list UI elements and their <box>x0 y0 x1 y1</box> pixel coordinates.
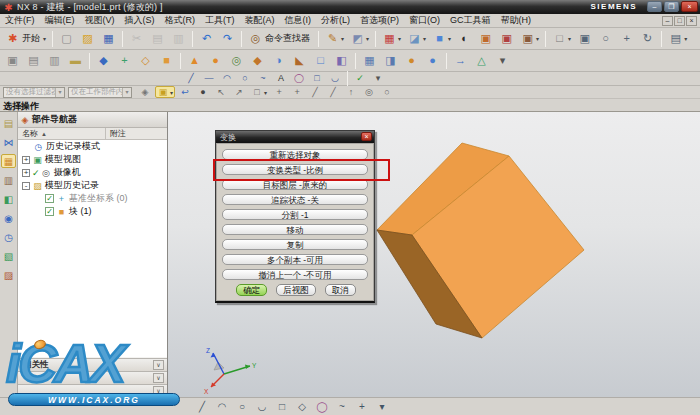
menu-item[interactable]: 视图(V) <box>80 15 120 25</box>
paste-icon[interactable]: ▥ <box>169 30 188 47</box>
collapse-icon[interactable]: - <box>22 182 30 190</box>
undo-icon[interactable]: ↶ <box>197 30 216 47</box>
menu-item[interactable]: 工具(T) <box>200 15 240 25</box>
hd3d-tools-icon[interactable]: ◧ <box>1 192 16 206</box>
assembly-navigator-icon[interactable]: ▤ <box>1 116 16 130</box>
redo-icon[interactable]: ↷ <box>218 30 237 47</box>
undo-selection-icon[interactable]: ↩ <box>177 86 193 98</box>
chamfer-icon[interactable]: ◣ <box>290 52 309 69</box>
line-icon[interactable]: — <box>201 73 217 85</box>
circle-icon[interactable]: ○ <box>233 400 251 414</box>
point-icon[interactable]: + <box>353 400 371 414</box>
ellipse-icon[interactable]: ◯ <box>313 400 331 414</box>
snap-up-icon[interactable]: ↑ <box>343 86 359 98</box>
snap-line-2-icon[interactable]: ╱ <box>325 86 341 98</box>
dialog-close-button[interactable]: × <box>361 132 372 141</box>
web-browser-icon[interactable]: ◉ <box>1 211 16 225</box>
doc-close-button[interactable]: × <box>686 16 697 26</box>
shell-icon[interactable]: □ <box>311 52 330 69</box>
point-icon[interactable]: + <box>115 52 134 69</box>
menu-item[interactable]: GC工具箱 <box>445 15 496 25</box>
history-palette-icon[interactable]: ◷ <box>1 230 16 244</box>
render-style-icon[interactable]: ◐ <box>455 30 474 47</box>
extrude-icon[interactable]: ▲ <box>185 52 204 69</box>
mail-icon[interactable]: ▬ <box>66 52 85 69</box>
pan-icon[interactable]: + <box>617 30 636 47</box>
transform-dialog-button[interactable]: 分割 -1 <box>222 209 368 220</box>
move-object-icon[interactable]: → <box>451 52 470 69</box>
system-materials-icon[interactable]: ▧ <box>1 249 16 263</box>
transform-dialog-button[interactable]: 多个副本 -可用 <box>222 254 368 265</box>
snap-line-icon[interactable]: ╱ <box>307 86 323 98</box>
transform-dialog-button[interactable]: 移动 <box>222 224 368 235</box>
mirror-feature-icon[interactable]: ◨ <box>381 52 400 69</box>
section-view-icon[interactable]: ◪▾ <box>405 30 428 47</box>
orient-iso-view-icon[interactable]: ▣▾ <box>518 30 541 47</box>
copy-icon[interactable]: ▤ <box>148 30 167 47</box>
column-name[interactable]: 名称▲ <box>18 128 106 139</box>
ellipse-icon[interactable]: ◯ <box>291 73 307 85</box>
arc-icon[interactable]: ◠ <box>213 400 231 414</box>
polygon-icon[interactable]: ◇ <box>293 400 311 414</box>
expand-icon[interactable]: + <box>22 156 30 164</box>
select-arrow-icon[interactable]: ↖ <box>213 86 229 98</box>
fillet-icon[interactable]: ◡ <box>327 73 343 85</box>
part-navigator-header[interactable]: ◈ 部件导航器 <box>18 112 167 128</box>
transform-dialog-button[interactable]: 复制 <box>222 239 368 250</box>
menu-item[interactable]: 装配(A) <box>240 15 280 25</box>
tree-item[interactable]: ✓■块 (1) <box>18 205 167 218</box>
spline-icon[interactable]: ~ <box>333 400 351 414</box>
roles-icon[interactable]: ▨ <box>1 268 16 282</box>
tree-item[interactable]: -▨模型历史记录 <box>18 179 167 192</box>
cancel-button[interactable]: 取消 <box>325 284 356 296</box>
zoom-icon[interactable]: ○ <box>596 30 615 47</box>
pattern-feature-icon[interactable]: ▦ <box>360 52 379 69</box>
more-curves-icon[interactable]: ▾ <box>370 73 386 85</box>
fit-view-icon[interactable]: ▣ <box>575 30 594 47</box>
revolve-icon[interactable]: ● <box>206 52 225 69</box>
window-layout-icon[interactable]: ▤▾ <box>666 30 689 47</box>
command-finder-button[interactable]: ◎命令查找器 <box>246 30 314 47</box>
hole-icon[interactable]: ◎ <box>227 52 246 69</box>
type-filter-dropdown[interactable]: 没有选择过滤器 ▾ <box>3 87 65 98</box>
view-list-icon[interactable]: ▥ <box>45 52 64 69</box>
rectangle-icon[interactable]: □ <box>273 400 291 414</box>
checkbox-checked-icon[interactable]: ✓ <box>45 207 54 216</box>
move-face-icon[interactable]: ◩▾ <box>348 30 371 47</box>
ok-button[interactable]: 确定 <box>236 284 267 296</box>
wave-link-icon[interactable]: ◆ <box>94 52 113 69</box>
new-file-icon[interactable]: ▢ <box>57 30 76 47</box>
constraint-navigator-icon[interactable]: ⋈ <box>1 135 16 149</box>
datum-csys-icon[interactable]: ◇ <box>136 52 155 69</box>
fillet-icon[interactable]: ◡ <box>253 400 271 414</box>
arc-icon[interactable]: ◠ <box>219 73 235 85</box>
menu-item[interactable]: 文件(F) <box>0 15 40 25</box>
profile-icon[interactable]: ╱ <box>183 73 199 85</box>
close-button[interactable]: × <box>681 1 698 12</box>
menu-item[interactable]: 编辑(E) <box>40 15 80 25</box>
layer-settings-icon[interactable]: ▤ <box>24 52 43 69</box>
doc-minimize-button[interactable]: – <box>662 16 673 26</box>
edge-blend-icon[interactable]: ◑ <box>269 52 288 69</box>
menu-item[interactable]: 信息(I) <box>280 15 317 25</box>
snap-circle-icon[interactable]: ○ <box>379 86 395 98</box>
expand-icon[interactable]: + <box>22 169 30 177</box>
cut-icon[interactable]: ✂ <box>127 30 146 47</box>
trim-body-icon[interactable]: ◧ <box>332 52 351 69</box>
scope-filter-dropdown[interactable]: 仅在工作部件内 ▾ <box>68 87 132 98</box>
back-button[interactable]: 后视图 <box>276 284 316 296</box>
more-commands-icon[interactable]: ▾ <box>493 52 512 69</box>
shaded-view-icon[interactable]: ■▾ <box>430 30 453 47</box>
minimize-button[interactable]: – <box>647 1 662 12</box>
select-arrow-2-icon[interactable]: ↗ <box>231 86 247 98</box>
tree-item[interactable]: ◷历史记录模式 <box>18 140 167 153</box>
snap-point-dropdown[interactable]: ▣▾ <box>155 86 175 98</box>
menu-item[interactable]: 分析(L) <box>316 15 355 25</box>
part-navigator-icon[interactable]: ▦ <box>1 154 16 168</box>
tree-item[interactable]: +▣模型视图 <box>18 153 167 166</box>
snap-end-icon[interactable]: + <box>289 86 305 98</box>
tree-item[interactable]: +✓◎摄像机 <box>18 166 167 179</box>
studio-spline-icon[interactable]: ~ <box>255 73 271 85</box>
sphere-icon[interactable]: ● <box>423 52 442 69</box>
start-button[interactable]: ✱开始▾ <box>3 30 48 47</box>
